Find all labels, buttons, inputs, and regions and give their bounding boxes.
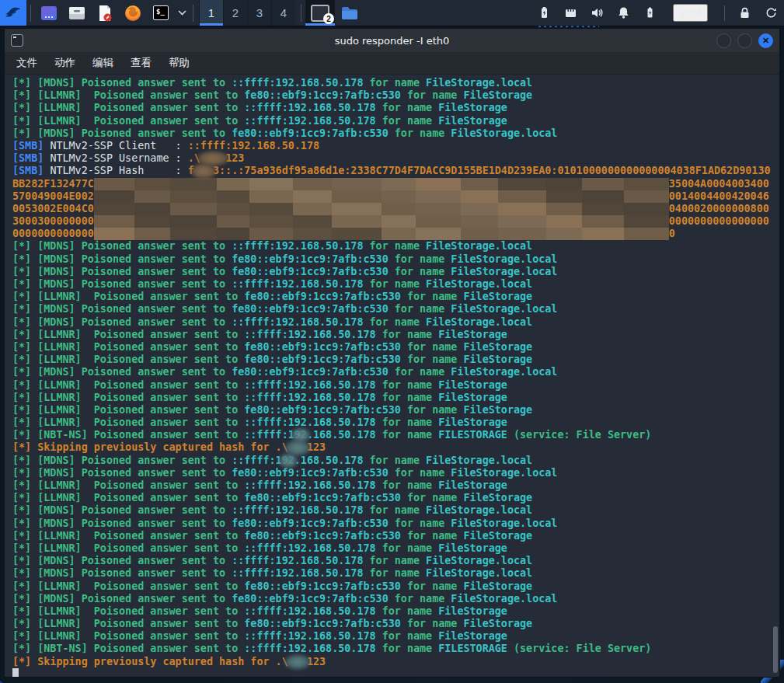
terminal-line: [*] [LLMNR] Poisoned answer sent to fe80… [12, 354, 779, 366]
workspace-1[interactable]: 1 [199, 0, 223, 26]
taskbar-terminal-window-button[interactable]: 2 [305, 0, 335, 26]
terminal-cursor [12, 668, 19, 677]
terminal-line: 570049004E0020014004400420046 [12, 190, 779, 203]
censored-hash-block [94, 215, 669, 228]
terminal-line: [*] [MDNS] Poisoned answer sent to fe80:… [12, 517, 779, 530]
workspace-2[interactable]: 2 [223, 0, 247, 26]
terminal-line: [*] [LLMNR] Poisoned answer sent to fe80… [12, 492, 779, 504]
terminal-window: sudo responder -I eth0 ✕ 文件 动作 编辑 查看 帮助 … [4, 28, 780, 678]
firefox-icon [124, 4, 142, 23]
volume-icon[interactable] [591, 6, 604, 19]
censored-text-smudge [288, 656, 307, 668]
clock[interactable]: 2:24 [673, 4, 708, 22]
censored-text-smudge: 92 [282, 455, 294, 467]
terminal-line: [*] [LLMNR] Poisoned answer sent to ::ff… [12, 542, 779, 555]
window-titlebar[interactable]: sudo responder -I eth0 ✕ [5, 29, 779, 52]
terminal-line: [*] [NBT-NS] Poisoned answer sent to ::f… [12, 429, 779, 441]
workspace-3[interactable]: 3 [247, 0, 271, 26]
close-button[interactable]: ✕ [758, 33, 773, 48]
app-finder-launcher[interactable] [35, 0, 63, 26]
file-manager-icon [68, 4, 86, 23]
terminal-line: [*] [MDNS] Poisoned answer sent to fe80:… [12, 593, 779, 605]
text-editor-icon [96, 4, 114, 23]
menu-edit[interactable]: 编辑 [85, 54, 120, 72]
censored-hash-block [94, 178, 669, 190]
terminal-line: 30003000000000000000000000000 [12, 215, 779, 228]
terminal-line: [*] [LLMNR] Poisoned answer sent to fe80… [12, 580, 779, 593]
terminal-line: [*] [MDNS] Poisoned answer sent to ::fff… [12, 455, 779, 467]
terminal-line: [*] [MDNS] Poisoned answer sent to ::fff… [12, 504, 779, 517]
file-manager-launcher[interactable] [63, 0, 91, 26]
menu-view[interactable]: 查看 [124, 54, 159, 72]
menu-help[interactable]: 帮助 [162, 54, 197, 72]
battery-icon[interactable] [643, 6, 657, 19]
censored-text-smudge [194, 165, 213, 177]
menu-file[interactable]: 文件 [9, 54, 44, 72]
terminal-line: [*] [LLMNR] Poisoned answer sent to fe80… [12, 89, 779, 102]
terminal-line: [*] [LLMNR] Poisoned answer sent to fe80… [12, 530, 779, 542]
terminal-launcher-icon: $_ [153, 5, 169, 20]
desktop: $_ 1 2 3 4 2 [0, 0, 784, 683]
terminal-line: [SMB] NTLMv2-SSP Username : .\ 123 [12, 152, 779, 165]
top-panel: $_ 1 2 3 4 2 [0, 0, 784, 26]
system-tray: 2:24 [538, 4, 778, 22]
censored-hash-block [94, 190, 669, 203]
terminal-line: [*] [MDNS] Poisoned answer sent to ::fff… [12, 555, 779, 567]
text-editor-launcher[interactable] [91, 0, 119, 26]
censored-hash-block [94, 228, 669, 240]
lock-screen-icon[interactable] [738, 6, 751, 19]
terminal-line: [*] [MDNS] Poisoned answer sent to fe80:… [12, 467, 779, 479]
terminal-line: [*] [MDNS] Poisoned answer sent to ::fff… [12, 278, 779, 291]
terminal-line: [*] [MDNS] Poisoned answer sent to fe80:… [12, 366, 779, 378]
power-manager-icon[interactable] [538, 6, 551, 19]
terminal-line: [SMB] NTLMv2-SSP Client : ::ffff:192.168… [12, 140, 779, 152]
terminal-line: 0053002E004C00400020000000800 [12, 203, 779, 215]
terminal-line: [SMB] NTLMv2-SSP Hash : f 3::.:75a936df9… [12, 165, 779, 177]
window-title: sudo responder -I eth0 [5, 35, 779, 47]
terminal-line: [*] [LLMNR] Poisoned answer sent to fe80… [12, 341, 779, 354]
terminal-line: [*] [LLMNR] Poisoned answer sent to ::ff… [12, 115, 779, 127]
firefox-launcher[interactable] [119, 0, 147, 26]
network-icon[interactable] [564, 6, 577, 19]
menu-actions[interactable]: 动作 [47, 54, 82, 72]
kali-dragon-icon [3, 3, 23, 23]
terminal-line: [*] [LLMNR] Poisoned answer sent to ::ff… [12, 605, 779, 618]
terminal-line: [*] [NBT-NS] Poisoned answer sent to ::f… [12, 643, 779, 655]
panel-separator [30, 5, 31, 22]
terminal-line [12, 668, 779, 677]
terminal-line: [*] [LLMNR] Poisoned answer sent to fe80… [12, 618, 779, 630]
terminal-line: [*] [LLMNR] Poisoned answer sent to ::ff… [12, 392, 779, 404]
terminal-line: [*] [MDNS] Poisoned answer sent to ::fff… [12, 77, 779, 89]
censored-hash-block [94, 203, 669, 215]
terminal-line: [*] [LLMNR] Poisoned answer sent to ::ff… [12, 416, 779, 429]
folder-icon [341, 6, 358, 20]
window-count-badge: 2 [323, 13, 334, 24]
terminal-line: [*] Skipping previously captured hash fo… [12, 441, 779, 454]
taskbar-file-manager-window-button[interactable] [335, 0, 364, 26]
panel-separator [301, 5, 301, 22]
scrollbar-thumb[interactable] [773, 626, 778, 673]
applications-menu-button[interactable] [0, 0, 26, 26]
terminal-line: 00000000000000 [12, 228, 779, 240]
terminal-line: [*] [MDNS] Poisoned answer sent to fe80:… [12, 253, 779, 266]
app-finder-icon [40, 4, 58, 23]
terminal-line: [*] [MDNS] Poisoned answer sent to ::fff… [12, 316, 779, 329]
logout-icon[interactable] [765, 6, 778, 19]
maximize-button[interactable] [737, 33, 752, 48]
terminal-line: [*] [MDNS] Poisoned answer sent to ::fff… [12, 567, 779, 580]
terminal-launcher-dropdown[interactable] [175, 0, 189, 26]
terminal-line: [*] [LLMNR] Poisoned answer sent to fe80… [12, 291, 779, 303]
workspace-switcher: 1 2 3 4 [199, 0, 295, 26]
terminal-launcher[interactable]: $_ [147, 0, 175, 26]
notification-bell-icon[interactable] [617, 6, 630, 19]
window-menubar: 文件 动作 编辑 查看 帮助 [5, 52, 779, 75]
terminal-line: [*] [MDNS] Poisoned answer sent to fe80:… [12, 303, 779, 315]
terminal-output[interactable]: [*] [MDNS] Poisoned answer sent to ::fff… [5, 75, 779, 677]
terminal-line: [*] [LLMNR] Poisoned answer sent to ::ff… [12, 630, 779, 643]
censored-text-smudge [288, 441, 307, 454]
terminal-line: [*] [LLMNR] Poisoned answer sent to ::ff… [12, 479, 779, 492]
terminal-line: BB282F132477C35004A0004003400 [12, 178, 779, 190]
terminal-line: [*] [MDNS] Poisoned answer sent to ::fff… [12, 240, 779, 253]
workspace-4[interactable]: 4 [271, 0, 295, 26]
minimize-button[interactable] [716, 33, 731, 48]
